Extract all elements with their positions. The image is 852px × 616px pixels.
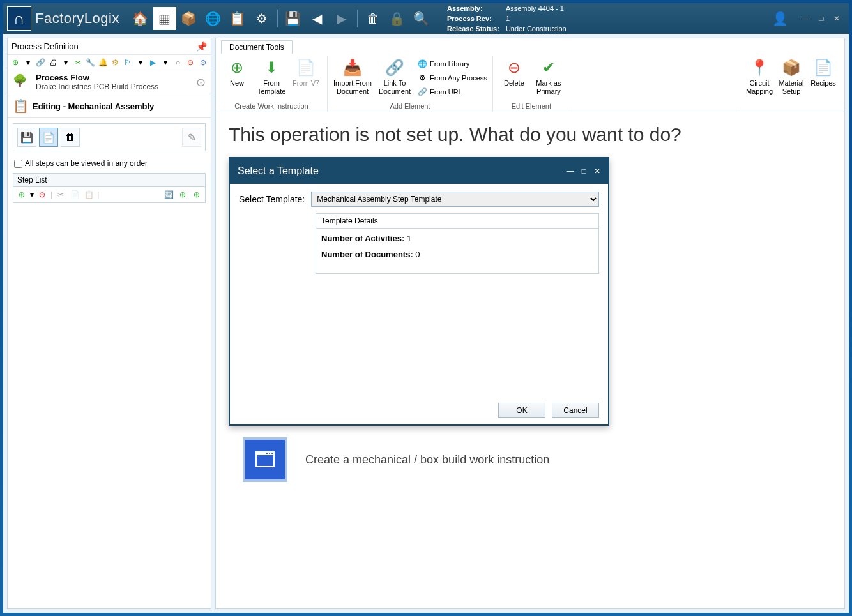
library-icon: 🌐: [417, 59, 427, 69]
import-from-document-button[interactable]: 📥 Import From Document: [333, 56, 372, 95]
dialog-minimize-button[interactable]: —: [567, 167, 574, 176]
add-icon[interactable]: ⊕: [10, 57, 21, 68]
step-view-2-button[interactable]: 📄: [39, 128, 58, 147]
step-copy-icon[interactable]: 📄: [69, 189, 80, 200]
create-hint-text: Create a mechanical / box build work ins…: [305, 453, 549, 467]
all-steps-checkbox[interactable]: [14, 160, 22, 168]
link-to-document-button[interactable]: 🔗 Link To Document: [375, 56, 415, 95]
step-edit-button[interactable]: ✎: [182, 128, 201, 147]
cancel-button[interactable]: Cancel: [552, 403, 599, 418]
search-tree-icon[interactable]: 🔍: [410, 7, 433, 30]
from-v7-button: 📄 From V7: [290, 56, 322, 87]
lock-icon: 🔒: [386, 7, 409, 30]
tab-document-tools[interactable]: Document Tools: [221, 40, 293, 54]
link-doc-icon: 🔗: [384, 57, 405, 78]
tool9-icon[interactable]: ⊙: [197, 57, 208, 68]
forward-icon: ▶: [330, 7, 353, 30]
from-template-button[interactable]: ⬇ From Template: [255, 56, 287, 95]
flow-tree-icon: 🌳: [13, 73, 31, 91]
ok-button[interactable]: OK: [498, 403, 545, 418]
grid-icon[interactable]: ▦: [153, 7, 176, 30]
save-icon[interactable]: 💾: [282, 7, 305, 30]
app-logo-icon: ∩: [7, 6, 31, 31]
step-list-header: Step List: [13, 173, 206, 186]
sidebar-title: Process Definition: [11, 41, 79, 51]
boxes-icon: 📦: [781, 57, 802, 78]
recipes-button[interactable]: 📄 Recipes: [807, 56, 839, 112]
mark-primary-button[interactable]: ✔ Mark as Primary: [533, 56, 565, 95]
step-down-icon[interactable]: ⊕: [191, 189, 202, 200]
step-up-icon[interactable]: ⊕: [177, 189, 188, 200]
mechanical-build-icon: 🗔: [243, 437, 287, 482]
titlebar: ∩ FactoryLogix 🏠 ▦ 📦 🌐 📋 ⚙ 💾 ◀ ▶ 🗑 🔒 🔍 A…: [3, 3, 849, 34]
step-paste-icon[interactable]: 📋: [83, 189, 95, 200]
link-icon[interactable]: 🔗: [35, 57, 46, 68]
close-button[interactable]: ✕: [830, 13, 844, 24]
user-icon[interactable]: 👤: [768, 7, 791, 30]
editing-row: 📋 Editing - Mechanical Assembly: [8, 94, 211, 118]
plus-circle-icon: ⊕: [227, 57, 247, 78]
package-icon[interactable]: 📦: [178, 7, 201, 30]
sidebar: Process Definition 📌 ⊕ ▾ 🔗 🖨 ▾ ✂ 🔧 🔔 ⚙ 🏳…: [7, 38, 211, 609]
step-add-icon[interactable]: ⊕: [16, 189, 27, 200]
expand-icon[interactable]: ⊙: [196, 75, 206, 89]
from-library-button[interactable]: 🌐From Library: [417, 57, 487, 70]
maximize-button[interactable]: □: [815, 13, 827, 24]
from-any-process-button[interactable]: ⚙From Any Process: [417, 71, 487, 84]
clipboard-icon[interactable]: 📋: [226, 7, 249, 30]
gear-icon[interactable]: ⚙: [250, 7, 273, 30]
import-doc-icon: 📥: [342, 57, 363, 78]
dialog-close-button[interactable]: ✕: [594, 167, 600, 176]
delete-icon: ⊖: [504, 57, 524, 78]
process-icon: ⚙: [417, 73, 427, 83]
template-details-header: Template Details: [316, 214, 598, 229]
ribbon: ⊕ New ⬇ From Template 📄 From V7 Create W…: [216, 54, 844, 112]
step-refresh-icon[interactable]: 🔄: [163, 189, 174, 200]
globe-icon[interactable]: 🌐: [202, 7, 225, 30]
pin-gear-icon: 📍: [749, 57, 770, 78]
recipe-icon: 📄: [813, 57, 833, 78]
prompt-heading: This operation is not set up. What do yo…: [229, 124, 832, 146]
template-select[interactable]: Mechanical Assembly Step Template: [311, 192, 599, 207]
tool6-icon[interactable]: ▶: [148, 57, 158, 68]
print-icon[interactable]: 🖨: [48, 57, 59, 68]
step-cut-icon[interactable]: ✂: [55, 189, 66, 200]
delete-button[interactable]: ⊖ Delete: [498, 56, 530, 87]
download-circle-icon: ⬇: [261, 57, 282, 78]
tool3-icon[interactable]: 🔔: [98, 57, 109, 68]
tool5-icon[interactable]: 🏳: [123, 57, 133, 68]
assembly-info: Assembly:Assembly 4404 - 1 Process Rev:1…: [446, 3, 568, 35]
pin-icon[interactable]: 📌: [196, 41, 207, 52]
dialog-title: Select a Template: [238, 165, 319, 177]
tool1-icon[interactable]: ✂: [73, 57, 84, 68]
process-flow-row[interactable]: 🌳 Process Flow Drake Industries PCB Buil…: [8, 70, 211, 94]
select-template-dialog: Select a Template — □ ✕ Select Template:…: [229, 157, 609, 426]
dialog-maximize-button[interactable]: □: [582, 167, 586, 176]
material-setup-button[interactable]: 📦 Material Setup: [775, 56, 807, 112]
step-view-1-button[interactable]: 💾: [17, 128, 36, 147]
step-view-3-button[interactable]: 🗑: [61, 128, 80, 147]
delete-doc-icon[interactable]: 🗑: [361, 7, 384, 30]
create-work-instruction-row[interactable]: 🗔 Create a mechanical / box build work i…: [229, 437, 832, 482]
app-title: FactoryLogix: [35, 10, 119, 27]
home-icon[interactable]: 🏠: [129, 7, 152, 30]
checklist-icon: 📋: [13, 98, 29, 114]
new-button[interactable]: ⊕ New: [221, 56, 253, 87]
check-icon: ✔: [538, 57, 559, 78]
back-icon[interactable]: ◀: [306, 7, 329, 30]
minimize-button[interactable]: —: [798, 13, 813, 24]
tool2-icon[interactable]: 🔧: [85, 57, 96, 68]
select-template-label: Select Template:: [239, 194, 305, 204]
tool4-icon[interactable]: ⚙: [110, 57, 121, 68]
url-icon: 🔗: [417, 87, 427, 97]
sidebar-toolbar: ⊕ ▾ 🔗 🖨 ▾ ✂ 🔧 🔔 ⚙ 🏳 ▾ ▶ ▾ ○ ⊖ ⊙: [8, 55, 211, 70]
tool8-icon[interactable]: ⊖: [185, 57, 196, 68]
circuit-mapping-button[interactable]: 📍 Circuit Mapping: [743, 56, 775, 112]
from-url-button[interactable]: 🔗From URL: [417, 86, 487, 98]
document-icon: 📄: [296, 57, 316, 78]
step-remove-icon[interactable]: ⊖: [36, 189, 48, 200]
tool7-icon[interactable]: ○: [172, 57, 183, 68]
